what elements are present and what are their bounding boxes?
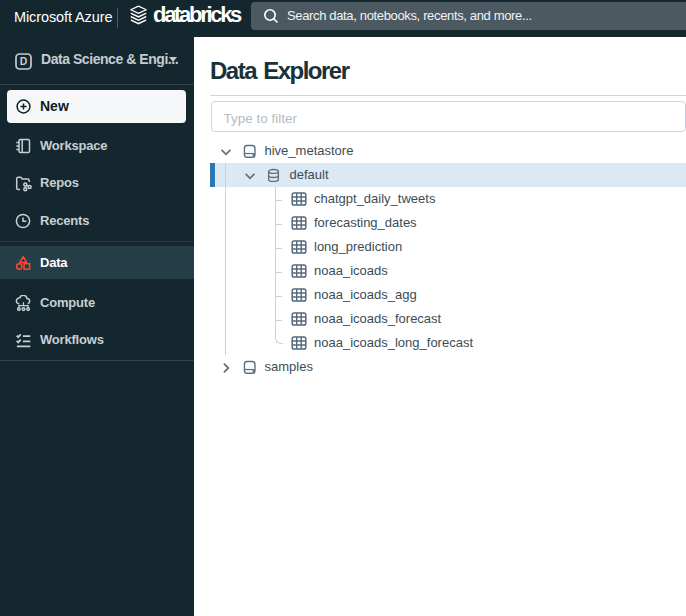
svg-text:D: D <box>20 55 28 67</box>
